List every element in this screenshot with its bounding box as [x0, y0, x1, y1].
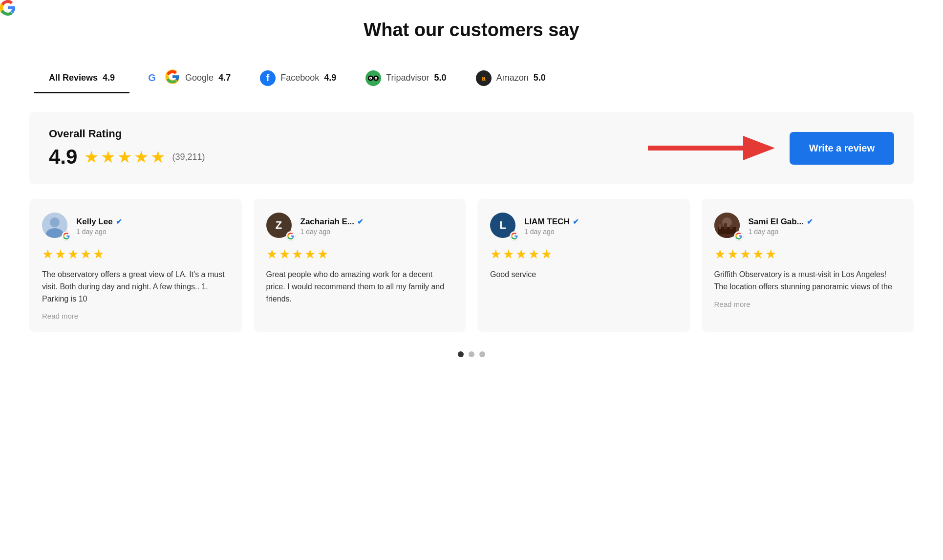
card-stars: ★ ★ ★ ★ ★ — [490, 247, 677, 262]
reviewer-header: Z Zachariah E... ✔ — [266, 213, 453, 240]
tab-google-label: Google — [185, 73, 214, 83]
page-wrapper: What our customers say All Reviews 4.9 G — [0, 0, 943, 387]
tab-facebook-score: 4.9 — [324, 73, 336, 83]
overall-rating-section: Overall Rating 4.9 ★ ★ ★ ★ ★ (39,211) — [29, 112, 914, 184]
review-text: Griffith Observatory is a must-visit in … — [714, 269, 901, 293]
star-1: ★ — [84, 147, 99, 167]
reviewer-name: Zachariah E... — [300, 217, 355, 227]
avatar-wrap — [42, 213, 69, 240]
write-review-button[interactable]: Write a review — [790, 132, 894, 165]
svg-marker-9 — [743, 136, 775, 160]
review-count: (39,211) — [172, 152, 205, 162]
facebook-icon: f — [260, 70, 276, 86]
red-arrow — [648, 133, 775, 163]
tab-facebook-label: Facebook — [280, 73, 319, 83]
reviewer-name: Sami El Gab... — [749, 217, 804, 227]
svg-rect-8 — [648, 146, 746, 151]
overall-stars: ★ ★ ★ ★ ★ — [84, 147, 165, 167]
review-text: Good service — [490, 269, 677, 281]
reviewer-name: LIAM TECH — [524, 217, 570, 227]
reviewer-header: Kelly Lee ✔ 1 day ago — [42, 213, 229, 240]
pagination-dot-2[interactable] — [469, 351, 474, 357]
reviews-grid: Kelly Lee ✔ 1 day ago ★ ★ ★ ★ ★ The obse… — [29, 199, 914, 332]
svg-point-6 — [370, 77, 371, 78]
overall-title: Overall Rating — [49, 128, 205, 140]
reviewer-header: L LIAM TECH ✔ 1 da — [490, 213, 677, 240]
reviewer-name: Kelly Lee — [76, 217, 113, 227]
overall-rating-row: 4.9 ★ ★ ★ ★ ★ (39,211) — [49, 145, 205, 169]
tab-amazon[interactable]: a Amazon 5.0 — [461, 62, 560, 96]
reviewer-name-row: Zachariah E... ✔ — [300, 217, 364, 227]
review-card: Kelly Lee ✔ 1 day ago ★ ★ ★ ★ ★ The obse… — [29, 199, 242, 332]
reviewer-header: Sami El Gab... ✔ 1 day ago — [714, 213, 901, 240]
review-card: Z Zachariah E... ✔ — [254, 199, 466, 332]
overall-right: Write a review — [648, 132, 894, 165]
svg-rect-17 — [719, 224, 721, 229]
avatar-wrap: Z — [266, 213, 294, 240]
overall-left: Overall Rating 4.9 ★ ★ ★ ★ ★ (39,211) — [49, 128, 205, 169]
amazon-icon: a — [476, 70, 492, 86]
section-title: What our customers say — [29, 20, 914, 41]
verified-icon: ✔ — [807, 217, 813, 226]
reviewer-name-row: LIAM TECH ✔ — [524, 217, 579, 227]
review-text: Great people who do amazing work for a d… — [266, 269, 453, 305]
read-more-link[interactable]: Read more — [42, 312, 229, 320]
avatar-wrap — [714, 213, 742, 240]
reviewer-time: 1 day ago — [76, 228, 122, 236]
google-badge — [734, 231, 744, 241]
card-stars: ★ ★ ★ ★ ★ — [42, 247, 229, 262]
read-more-link[interactable]: Read more — [714, 300, 901, 308]
overall-score: 4.9 — [49, 145, 77, 169]
card-stars: ★ ★ ★ ★ ★ — [714, 247, 901, 262]
star-3: ★ — [117, 147, 132, 167]
svg-rect-19 — [730, 225, 732, 229]
tab-google-score: 4.7 — [218, 73, 231, 83]
tab-all-score: 4.9 — [103, 73, 115, 83]
google-badge — [510, 231, 519, 241]
reviewer-info: Zachariah E... ✔ 1 day ago — [300, 217, 364, 236]
tab-google[interactable]: G — [129, 60, 245, 97]
svg-text:G: G — [148, 72, 156, 83]
tab-amazon-label: Amazon — [496, 73, 529, 83]
review-text: The observatory offers a great view of L… — [42, 269, 229, 305]
review-card: Sami El Gab... ✔ 1 day ago ★ ★ ★ ★ ★ Gri… — [702, 199, 914, 332]
reviewer-name-row: Kelly Lee ✔ — [76, 217, 122, 227]
star-2: ★ — [101, 147, 115, 167]
pagination-dot-3[interactable] — [479, 351, 485, 357]
tripadvisor-icon — [365, 70, 381, 86]
svg-point-11 — [50, 217, 60, 227]
reviewer-time: 1 day ago — [749, 228, 813, 236]
tab-tripadvisor-score: 5.0 — [434, 73, 447, 83]
star-5: ★ — [150, 147, 165, 167]
google-icon: G — [144, 70, 160, 86]
pagination-dot-1[interactable] — [458, 351, 464, 357]
verified-icon: ✔ — [116, 217, 122, 226]
reviewer-time: 1 day ago — [300, 228, 364, 236]
tab-all-reviews[interactable]: All Reviews 4.9 — [34, 64, 129, 93]
reviewer-info: Kelly Lee ✔ 1 day ago — [76, 217, 122, 236]
tabs-bar: All Reviews 4.9 G — [29, 60, 914, 97]
tab-amazon-score: 5.0 — [534, 73, 546, 83]
google-badge — [62, 231, 71, 241]
reviewer-time: 1 day ago — [524, 228, 579, 236]
verified-icon: ✔ — [573, 217, 579, 226]
avatar-wrap: L — [490, 213, 517, 240]
verified-icon: ✔ — [357, 217, 364, 226]
pagination — [29, 351, 914, 357]
google-badge — [286, 231, 296, 241]
tab-tripadvisor-label: Tripadvisor — [386, 73, 429, 83]
reviewer-info: Sami El Gab... ✔ 1 day ago — [749, 217, 813, 236]
star-4: ★ — [134, 147, 149, 167]
tab-facebook[interactable]: f Facebook 4.9 — [245, 62, 351, 96]
card-stars: ★ ★ ★ ★ ★ — [266, 247, 453, 262]
tab-all-label: All Reviews — [49, 73, 98, 83]
tab-tripadvisor[interactable]: Tripadvisor 5.0 — [351, 62, 461, 96]
svg-rect-18 — [724, 223, 727, 229]
reviewer-info: LIAM TECH ✔ 1 day ago — [524, 217, 579, 236]
svg-point-7 — [376, 77, 377, 78]
reviewer-name-row: Sami El Gab... ✔ — [749, 217, 813, 227]
review-card: L LIAM TECH ✔ 1 da — [477, 199, 690, 332]
